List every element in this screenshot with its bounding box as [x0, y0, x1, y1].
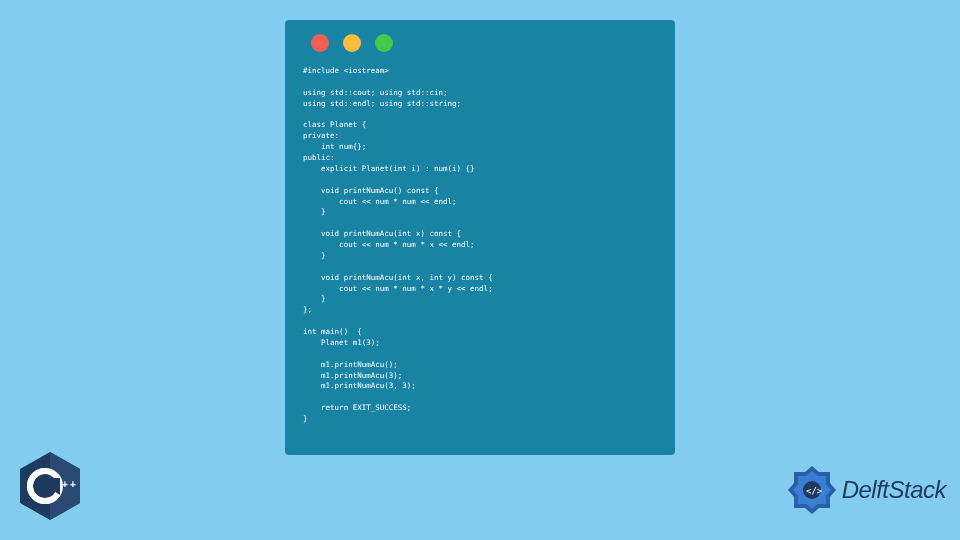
- svg-text:+: +: [62, 479, 68, 490]
- svg-text:</>: </>: [806, 486, 823, 496]
- svg-text:+: +: [70, 479, 76, 490]
- maximize-dot-icon: [375, 34, 393, 52]
- cpp-logo-icon: + +: [18, 450, 82, 522]
- close-dot-icon: [311, 34, 329, 52]
- delftstack-badge-icon: </>: [786, 464, 838, 516]
- minimize-dot-icon: [343, 34, 361, 52]
- delftstack-branding: </> DelftStack: [786, 464, 946, 516]
- window-traffic-lights: [311, 34, 657, 52]
- code-window: #include <iostream> using std::cout; usi…: [285, 20, 675, 455]
- code-block: #include <iostream> using std::cout; usi…: [303, 66, 657, 425]
- delftstack-name: DelftStack: [842, 476, 946, 504]
